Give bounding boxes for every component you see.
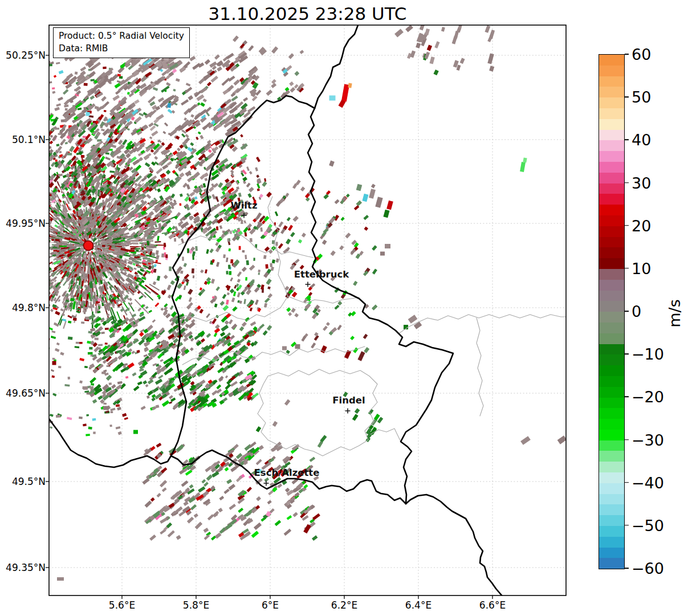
colorbar-tick-mark bbox=[625, 525, 629, 526]
lat-tick-label: 49.5°N bbox=[0, 476, 46, 487]
colorbar-band bbox=[599, 76, 624, 87]
lat-tick-label: 50.1°N bbox=[0, 134, 46, 145]
colorbar-band bbox=[599, 215, 624, 226]
colorbar-band bbox=[599, 494, 624, 505]
lat-tick-label: 49.35°N bbox=[0, 562, 46, 573]
lon-tick-label: 6.4°E bbox=[405, 599, 431, 611]
velocity-colorbar bbox=[599, 54, 625, 569]
city-label: Findel bbox=[332, 395, 365, 406]
lon-tick-label: 6.6°E bbox=[479, 599, 506, 611]
district-border bbox=[477, 318, 483, 416]
echo-cluster-south-band bbox=[142, 442, 320, 541]
colorbar-band bbox=[599, 387, 624, 398]
colorbar-tick-label: 60 bbox=[632, 46, 651, 63]
colorbar-tick-mark bbox=[625, 96, 629, 97]
colorbar-band bbox=[599, 526, 624, 537]
colorbar-tick-label: −40 bbox=[632, 474, 664, 491]
country-border bbox=[406, 495, 503, 597]
colorbar-tick-mark bbox=[625, 568, 629, 569]
city-marker bbox=[306, 282, 311, 287]
colorbar-band bbox=[599, 462, 624, 472]
echo-cluster-topright-cluster bbox=[407, 22, 495, 75]
lat-tick-label: 50.25°N bbox=[0, 50, 46, 61]
colorbar-band bbox=[599, 247, 624, 258]
colorbar-band bbox=[599, 344, 624, 355]
lat-tick-label: 49.8°N bbox=[0, 302, 46, 313]
colorbar-tick-label: 0 bbox=[632, 303, 641, 320]
colorbar-tick-label: 10 bbox=[632, 259, 651, 277]
colorbar-tick-label: 40 bbox=[632, 131, 651, 149]
colorbar-band bbox=[599, 151, 624, 162]
colorbar-band bbox=[599, 504, 624, 515]
lat-tick-label: 49.95°N bbox=[0, 218, 46, 229]
colorbar-tick-mark bbox=[625, 268, 629, 269]
lon-tick-label: 6.2°E bbox=[331, 599, 357, 611]
colorbar-tick-label: −10 bbox=[632, 345, 664, 363]
colorbar-tick-mark bbox=[625, 54, 629, 55]
colorbar-tick-mark bbox=[625, 439, 629, 440]
colorbar-band bbox=[599, 408, 624, 419]
colorbar-band bbox=[599, 205, 624, 215]
colorbar-tick-mark bbox=[625, 140, 629, 141]
colorbar-band bbox=[599, 398, 624, 409]
colorbar-band bbox=[599, 55, 624, 66]
colorbar-tick-mark bbox=[625, 353, 629, 354]
country-border bbox=[308, 108, 453, 504]
city-label: Ettelbruck bbox=[294, 269, 349, 280]
colorbar-band bbox=[599, 66, 624, 76]
colorbar-band bbox=[599, 258, 624, 269]
colorbar-band bbox=[599, 537, 624, 548]
colorbar-band bbox=[599, 548, 624, 558]
colorbar-band bbox=[599, 226, 624, 237]
colorbar-tick-label: −50 bbox=[632, 516, 664, 534]
product-info-box: Product: 0.5° Radial Velocity Data: RMIB bbox=[53, 27, 190, 58]
colorbar-tick-label: 20 bbox=[632, 217, 651, 234]
colorbar-band bbox=[599, 108, 624, 119]
colorbar-band bbox=[599, 130, 624, 141]
colorbar-band bbox=[599, 97, 624, 108]
district-border bbox=[258, 369, 377, 456]
colorbar-band bbox=[599, 333, 624, 344]
colorbar-band bbox=[599, 376, 624, 387]
colorbar-tick-mark bbox=[625, 182, 629, 183]
colorbar-tick-label: −30 bbox=[632, 431, 664, 448]
colorbar-tick-label: −60 bbox=[632, 560, 664, 577]
colorbar-band bbox=[599, 430, 624, 440]
colorbar-band bbox=[599, 280, 624, 291]
colorbar-band bbox=[599, 483, 624, 494]
colorbar-band bbox=[599, 440, 624, 451]
lon-tick-label: 5.8°E bbox=[183, 599, 209, 611]
colorbar-band bbox=[599, 194, 624, 205]
colorbar-band bbox=[599, 515, 624, 526]
colorbar-tick-mark bbox=[625, 397, 629, 398]
colorbar-band bbox=[599, 87, 624, 97]
colorbar-band bbox=[599, 291, 624, 301]
colorbar-band bbox=[599, 301, 624, 312]
colorbar-tick-mark bbox=[625, 482, 629, 483]
colorbar-band bbox=[599, 312, 624, 323]
colorbar-tick-label: 30 bbox=[632, 174, 651, 191]
colorbar-band bbox=[599, 173, 624, 183]
colorbar-band bbox=[599, 119, 624, 130]
echo-cluster-sw-green bbox=[88, 313, 259, 412]
colorbar-band bbox=[599, 183, 624, 194]
radar-echo-field bbox=[0, 22, 567, 581]
lon-tick-label: 6°E bbox=[262, 599, 279, 611]
colorbar-band bbox=[599, 558, 624, 569]
lon-tick-label: 5.6°E bbox=[109, 599, 135, 611]
city-marker bbox=[345, 409, 351, 414]
colorbar-band bbox=[599, 140, 624, 151]
city-label: Wiltz bbox=[230, 200, 257, 211]
colorbar-band bbox=[599, 162, 624, 173]
colorbar-band bbox=[599, 237, 624, 248]
echo-cluster-top-mid-cluster bbox=[233, 35, 304, 101]
product-line: Product: 0.5° Radial Velocity bbox=[59, 30, 184, 42]
colorbar-band bbox=[599, 269, 624, 280]
colorbar-band bbox=[599, 354, 624, 365]
colorbar-tick-label: 50 bbox=[632, 88, 651, 106]
country-border bbox=[315, 25, 358, 108]
colorbar-tick-label: −20 bbox=[632, 388, 664, 406]
colorbar-band bbox=[599, 472, 624, 483]
lat-tick-label: 49.65°N bbox=[0, 387, 46, 399]
colorbar-gradient bbox=[599, 55, 624, 569]
